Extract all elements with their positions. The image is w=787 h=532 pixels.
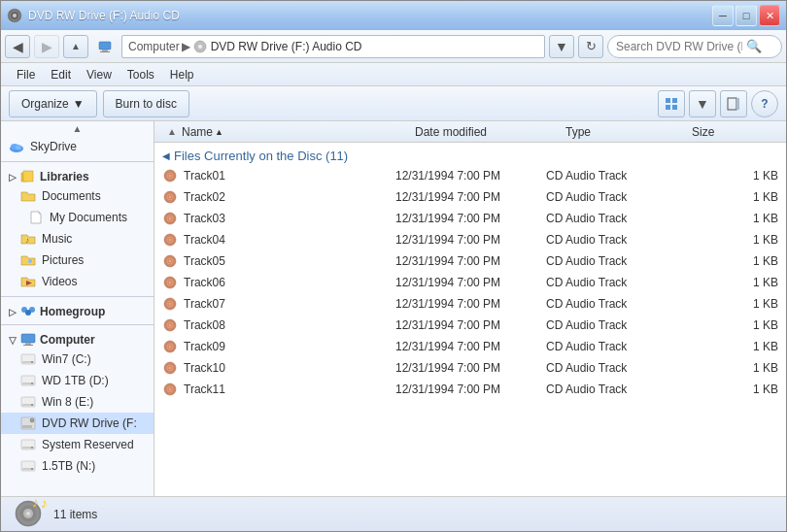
svg-text:♪: ♪ xyxy=(25,236,29,245)
wd1tb-label: WD 1TB (D:) xyxy=(42,374,109,387)
file-date: 12/31/1994 7:00 PM xyxy=(395,340,546,353)
sidebar-item-dvdrw[interactable]: DVD RW Drive (F: xyxy=(1,413,154,434)
sidebar-item-videos[interactable]: Videos xyxy=(1,271,154,292)
svg-point-21 xyxy=(28,259,32,263)
audio-track-icon xyxy=(162,168,178,183)
col-size-label: Size xyxy=(692,125,714,139)
recent-button[interactable] xyxy=(92,35,118,58)
menu-file[interactable]: File xyxy=(9,65,43,84)
videos-folder-icon xyxy=(20,275,36,288)
sidebar-item-sysreserved[interactable]: System Reserved xyxy=(1,434,154,455)
help-button[interactable]: ? xyxy=(751,90,778,117)
win8e-label: Win 8 (E:) xyxy=(42,395,93,409)
refresh-button[interactable]: ↻ xyxy=(578,35,603,58)
file-size: 1 KB xyxy=(672,169,778,183)
computer-label: Computer xyxy=(40,333,95,347)
preview-pane-button[interactable] xyxy=(720,90,747,117)
table-row[interactable]: Track03 12/31/1994 7:00 PM CD Audio Trac… xyxy=(154,208,786,229)
forward-button[interactable]: ▶ xyxy=(34,35,59,58)
sidebar-item-documents[interactable]: Documents xyxy=(1,185,154,207)
search-input[interactable] xyxy=(616,40,742,53)
audio-track-icon xyxy=(162,382,178,397)
menu-help[interactable]: Help xyxy=(162,65,202,84)
menu-view[interactable]: View xyxy=(79,65,120,84)
table-row[interactable]: Track08 12/31/1994 7:00 PM CD Audio Trac… xyxy=(154,315,786,336)
sidebar-item-pictures[interactable]: Pictures xyxy=(1,249,154,271)
table-row[interactable]: Track04 12/31/1994 7:00 PM CD Audio Trac… xyxy=(154,229,786,250)
files-scroll[interactable]: ◀ Files Currently on the Disc (11) Track… xyxy=(154,143,786,496)
table-row[interactable]: Track10 12/31/1994 7:00 PM CD Audio Trac… xyxy=(154,357,786,379)
up-button[interactable]: ▲ xyxy=(63,35,88,58)
svg-point-44 xyxy=(31,447,33,449)
svg-point-65 xyxy=(169,282,172,284)
file-type: CD Audio Track xyxy=(546,190,672,204)
menu-tools[interactable]: Tools xyxy=(120,65,162,84)
burn-button[interactable]: Burn to disc xyxy=(103,90,189,117)
sidebar-group-homegroup[interactable]: ▷ Homegroup xyxy=(1,301,154,320)
search-box[interactable]: 🔍 xyxy=(607,35,782,58)
doc-icon xyxy=(29,211,43,224)
content-area: ▲ SkyDrive ▷ xyxy=(1,121,786,496)
svg-point-41 xyxy=(31,419,33,421)
my-documents-label: My Documents xyxy=(50,211,127,224)
svg-point-17 xyxy=(16,146,21,150)
close-button[interactable]: ✕ xyxy=(759,5,780,26)
file-date: 12/31/1994 7:00 PM xyxy=(395,190,546,204)
skydrive-icon xyxy=(9,139,24,154)
svg-point-25 xyxy=(25,310,31,316)
address-dropdown-button[interactable]: ▼ xyxy=(549,35,574,58)
sidebar-item-win8e[interactable]: Win 8 (E:) xyxy=(1,391,154,413)
maximize-button[interactable]: □ xyxy=(736,5,757,26)
address-path[interactable]: Computer ▶ DVD RW Drive (F:) Audio CD xyxy=(121,35,545,58)
cd-file-icon xyxy=(162,275,178,290)
file-type: CD Audio Track xyxy=(546,340,672,353)
sidebar-item-wd1tb[interactable]: WD 1TB (D:) xyxy=(1,370,154,391)
column-headers: ▲ Name ▲ Date modified Type Size xyxy=(154,121,786,143)
table-row[interactable]: Track06 12/31/1994 7:00 PM CD Audio Trac… xyxy=(154,272,786,293)
view-dropdown-button[interactable]: ▼ xyxy=(689,90,716,117)
table-row[interactable]: Track01 12/31/1994 7:00 PM CD Audio Trac… xyxy=(154,165,786,186)
file-name: Track05 xyxy=(184,254,395,268)
file-size: 1 KB xyxy=(672,233,778,247)
table-row[interactable]: Track02 12/31/1994 7:00 PM CD Audio Trac… xyxy=(154,186,786,208)
organize-button[interactable]: Organize ▼ xyxy=(9,90,97,117)
sidebar-item-my-documents[interactable]: My Documents xyxy=(1,207,154,228)
table-row[interactable]: Track07 12/31/1994 7:00 PM CD Audio Trac… xyxy=(154,293,786,315)
dvd-drive-icon xyxy=(20,416,36,430)
svg-rect-9 xyxy=(666,98,670,103)
drive-sys-icon xyxy=(20,438,36,451)
documents-icon xyxy=(20,188,36,204)
col-header-name[interactable]: Name ▲ xyxy=(182,125,415,139)
sidebar-item-1-5tb[interactable]: 1.5TB (N:) xyxy=(1,455,154,477)
videos-label: Videos xyxy=(42,275,77,288)
group-label: Files Currently on the Disc (11) xyxy=(174,149,348,163)
audio-track-icon xyxy=(162,211,178,226)
dvd-icon-path xyxy=(192,39,208,54)
table-row[interactable]: Track09 12/31/1994 7:00 PM CD Audio Trac… xyxy=(154,336,786,357)
svg-rect-12 xyxy=(672,105,677,110)
table-row[interactable]: Track05 12/31/1994 7:00 PM CD Audio Trac… xyxy=(154,250,786,272)
pictures-label: Pictures xyxy=(42,253,84,267)
sidebar-item-win7c[interactable]: Win7 (C:) xyxy=(1,349,154,370)
status-item-count: 11 items xyxy=(53,508,97,521)
file-name: Track07 xyxy=(184,297,395,311)
view-options-button[interactable] xyxy=(658,90,685,117)
file-size: 1 KB xyxy=(672,276,778,289)
list-scroll-up[interactable]: ▲ xyxy=(162,124,182,139)
computer-sidebar-icon xyxy=(20,333,36,347)
minimize-button[interactable]: ─ xyxy=(712,5,734,26)
sidebar-group-libraries[interactable]: ▷ Libraries xyxy=(1,166,154,185)
menu-edit[interactable]: Edit xyxy=(43,65,79,84)
sidebar-item-skydrive[interactable]: SkyDrive xyxy=(1,136,154,157)
cd-file-icon xyxy=(162,339,178,354)
svg-point-31 xyxy=(31,361,33,363)
cd-file-icon xyxy=(162,382,178,397)
col-header-type[interactable]: Type xyxy=(565,125,692,139)
sidebar-scroll-up[interactable]: ▲ xyxy=(1,121,154,136)
table-row[interactable]: Track11 12/31/1994 7:00 PM CD Audio Trac… xyxy=(154,379,786,400)
col-header-size[interactable]: Size xyxy=(692,125,778,139)
col-header-date[interactable]: Date modified xyxy=(415,125,565,139)
sidebar-group-computer[interactable]: ▽ Computer xyxy=(1,329,154,349)
back-button[interactable]: ◀ xyxy=(5,35,30,58)
sidebar-item-music[interactable]: ♪ Music xyxy=(1,228,154,249)
